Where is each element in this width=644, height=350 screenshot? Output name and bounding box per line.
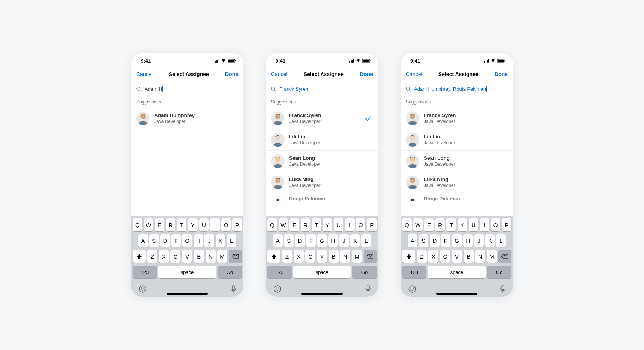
- key-l[interactable]: L: [361, 234, 371, 247]
- key-p[interactable]: P: [502, 218, 511, 231]
- home-indicator[interactable]: [436, 293, 477, 295]
- key-q[interactable]: Q: [267, 218, 277, 231]
- key-d[interactable]: D: [160, 234, 170, 247]
- key-g[interactable]: G: [452, 234, 462, 247]
- key-u[interactable]: U: [469, 218, 479, 231]
- done-button[interactable]: Done: [360, 71, 373, 77]
- key-x[interactable]: X: [428, 250, 438, 263]
- suggestion-row-partial[interactable]: Rouja Pakiman: [266, 193, 378, 201]
- suggestion-row[interactable]: Sean Long Java Developer: [401, 151, 513, 172]
- number-key[interactable]: 123: [133, 266, 157, 278]
- suggestion-row[interactable]: Lili Lin Java Developer: [266, 129, 378, 151]
- search-bar[interactable]: Adam Humphrey, Rouja Pakiman: [401, 82, 513, 96]
- key-n[interactable]: N: [475, 250, 485, 263]
- key-z[interactable]: Z: [147, 250, 157, 263]
- key-k[interactable]: K: [216, 234, 225, 247]
- backspace-key[interactable]: [229, 250, 242, 263]
- key-q[interactable]: Q: [402, 218, 412, 231]
- key-i[interactable]: I: [345, 218, 355, 231]
- key-b[interactable]: B: [194, 250, 204, 263]
- shift-key[interactable]: [267, 250, 280, 263]
- key-j[interactable]: J: [339, 234, 349, 247]
- key-n[interactable]: N: [206, 250, 216, 263]
- key-s[interactable]: S: [149, 234, 159, 247]
- mic-icon[interactable]: [500, 285, 505, 293]
- key-i[interactable]: I: [210, 218, 220, 231]
- cancel-button[interactable]: Cancel: [406, 71, 422, 77]
- key-e[interactable]: E: [424, 218, 434, 231]
- done-button[interactable]: Done: [495, 71, 508, 77]
- key-n[interactable]: N: [340, 250, 350, 263]
- home-indicator[interactable]: [167, 293, 208, 295]
- key-y[interactable]: Y: [323, 218, 332, 231]
- key-i[interactable]: I: [480, 218, 489, 231]
- key-v[interactable]: V: [317, 250, 327, 263]
- key-y[interactable]: Y: [458, 218, 467, 231]
- key-c[interactable]: C: [440, 250, 450, 263]
- key-f[interactable]: F: [171, 234, 181, 247]
- key-g[interactable]: G: [182, 234, 192, 247]
- mic-icon[interactable]: [365, 285, 371, 293]
- number-key[interactable]: 123: [267, 266, 292, 278]
- key-k[interactable]: K: [350, 234, 360, 247]
- key-w[interactable]: W: [413, 218, 423, 231]
- key-c[interactable]: C: [170, 250, 180, 263]
- key-h[interactable]: H: [463, 234, 473, 247]
- key-d[interactable]: D: [295, 234, 305, 247]
- space-key[interactable]: space: [293, 266, 351, 278]
- space-key[interactable]: space: [428, 266, 486, 278]
- key-x[interactable]: X: [159, 250, 169, 263]
- key-t[interactable]: T: [177, 218, 186, 231]
- suggestion-row-partial[interactable]: Rouja Pakiman: [401, 193, 513, 201]
- search-bar[interactable]: Franck Syren,: [266, 82, 378, 96]
- key-m[interactable]: M: [217, 250, 227, 263]
- key-w[interactable]: W: [279, 218, 288, 231]
- mic-icon[interactable]: [231, 285, 236, 293]
- backspace-key[interactable]: [498, 250, 511, 263]
- key-y[interactable]: Y: [188, 218, 198, 231]
- key-k[interactable]: K: [485, 234, 495, 247]
- key-v[interactable]: V: [452, 250, 462, 263]
- suggestion-row[interactable]: Franck Syren Java Developer: [401, 108, 513, 129]
- key-a[interactable]: A: [138, 234, 148, 247]
- key-q[interactable]: Q: [133, 218, 142, 231]
- key-z[interactable]: Z: [282, 250, 292, 263]
- key-e[interactable]: E: [155, 218, 164, 231]
- key-r[interactable]: R: [301, 218, 310, 231]
- key-f[interactable]: F: [306, 234, 316, 247]
- key-b[interactable]: B: [329, 250, 339, 263]
- go-key[interactable]: Go: [487, 266, 511, 278]
- search-bar[interactable]: Adam H: [131, 82, 243, 96]
- key-m[interactable]: M: [487, 250, 497, 263]
- suggestion-row[interactable]: Sean Long Java Developer: [266, 151, 378, 172]
- key-u[interactable]: U: [334, 218, 344, 231]
- key-g[interactable]: G: [317, 234, 327, 247]
- key-r[interactable]: R: [166, 218, 176, 231]
- key-j[interactable]: J: [474, 234, 484, 247]
- key-d[interactable]: D: [430, 234, 440, 247]
- cancel-button[interactable]: Cancel: [271, 71, 288, 77]
- suggestion-row[interactable]: Adam Humphrey Java Developer: [131, 108, 243, 129]
- key-o[interactable]: O: [221, 218, 231, 231]
- key-r[interactable]: R: [435, 218, 445, 231]
- key-l[interactable]: L: [227, 234, 236, 247]
- done-button[interactable]: Done: [225, 71, 238, 77]
- go-key[interactable]: Go: [352, 266, 377, 278]
- key-h[interactable]: H: [328, 234, 338, 247]
- emoji-icon[interactable]: [139, 285, 147, 293]
- home-indicator[interactable]: [301, 293, 343, 295]
- search-input[interactable]: Adam H: [145, 86, 163, 92]
- key-a[interactable]: A: [408, 234, 417, 247]
- key-o[interactable]: O: [491, 218, 501, 231]
- key-p[interactable]: P: [367, 218, 377, 231]
- key-l[interactable]: L: [496, 234, 506, 247]
- key-x[interactable]: X: [294, 250, 304, 263]
- key-s[interactable]: S: [284, 234, 294, 247]
- shift-key[interactable]: [402, 250, 415, 263]
- key-s[interactable]: S: [419, 234, 429, 247]
- key-e[interactable]: E: [289, 218, 299, 231]
- key-w[interactable]: W: [144, 218, 154, 231]
- number-key[interactable]: 123: [402, 266, 426, 278]
- suggestion-row[interactable]: Luka Ning Java Developer: [266, 172, 378, 193]
- suggestion-row[interactable]: Lili Lin Java Developer: [401, 129, 513, 151]
